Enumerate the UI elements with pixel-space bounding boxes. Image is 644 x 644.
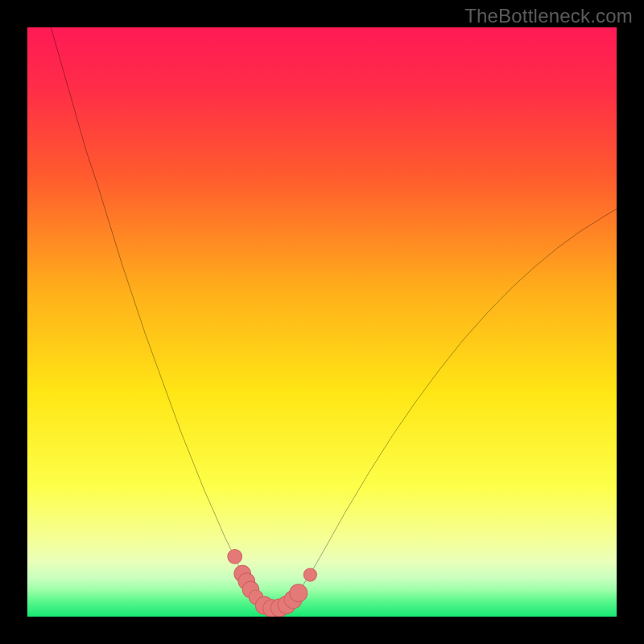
bottleneck-curve: [51, 27, 617, 609]
marker-point: [303, 568, 316, 581]
marker-point: [290, 584, 308, 602]
marker-point: [228, 550, 242, 564]
highlight-markers: [228, 550, 317, 617]
curve-layer: [27, 27, 617, 617]
chart-frame: TheBottleneck.com: [0, 0, 644, 644]
plot-area: [27, 27, 617, 617]
watermark-label: TheBottleneck.com: [464, 5, 633, 27]
